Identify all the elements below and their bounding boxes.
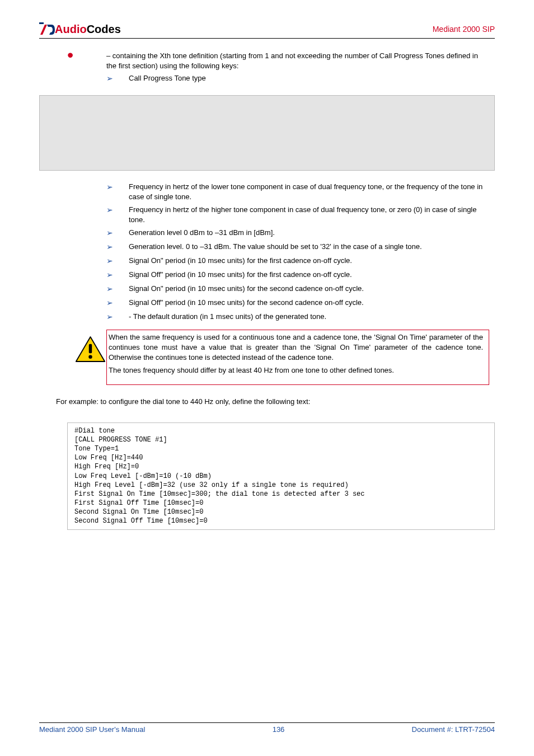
footer-manual-title: Mediant 2000 SIP User's Manual xyxy=(39,725,145,734)
chevron-right-icon: ➢ xyxy=(106,182,129,201)
item-first-signal-on: Signal On" period (in 10 msec units) for… xyxy=(129,256,489,266)
footer-page-number: 136 xyxy=(273,725,285,734)
item-tone-type: Call Progress Tone type xyxy=(129,73,489,84)
chevron-right-icon: ➢ xyxy=(106,242,129,252)
item-second-signal-on: Signal On" period (in 10 msec units) for… xyxy=(129,284,489,294)
chevron-right-icon: ➢ xyxy=(106,205,129,224)
item-high-freq: Frequency in hertz of the higher tone co… xyxy=(129,205,489,224)
header-divider xyxy=(39,38,495,39)
footer-divider xyxy=(39,722,495,723)
note-paragraph-1: When the same frequency is used for a co… xyxy=(109,332,483,362)
chevron-right-icon: ➢ xyxy=(106,298,129,308)
item-gen-level-low: Generation level 0 dBm to –31 dBm in [dB… xyxy=(129,228,489,238)
chevron-right-icon: ➢ xyxy=(106,73,129,84)
bullet-section-def: – containing the Xth tone definition (st… xyxy=(106,51,489,71)
svg-rect-1 xyxy=(89,344,92,354)
note-paragraph-2: The tones frequency should differ by at … xyxy=(109,365,483,375)
chevron-right-icon: ➢ xyxy=(106,312,129,322)
note-box: When the same frequency is used for a co… xyxy=(106,330,489,384)
code-example: #Dial tone [CALL PROGRESS TONE #1] Tone … xyxy=(67,422,495,530)
item-low-freq: Frequency in hertz of the lower tone com… xyxy=(129,182,489,201)
logo-text: AudioCodes xyxy=(55,23,121,36)
logo: AudioCodes xyxy=(39,22,121,36)
chevron-right-icon: ➢ xyxy=(106,284,129,294)
item-first-signal-off: Signal Off" period (in 10 msec units) fo… xyxy=(129,270,489,280)
audiocodes-logo-icon xyxy=(39,22,55,36)
product-name: Mediant 2000 SIP xyxy=(433,25,495,34)
page-footer: Mediant 2000 SIP User's Manual 136 Docum… xyxy=(39,722,495,734)
footer-document-id: Document #: LTRT-72504 xyxy=(412,725,495,734)
item-second-signal-off: Signal Off" period (in 10 msec units) fo… xyxy=(129,298,489,308)
warning-icon xyxy=(75,336,103,364)
chevron-right-icon: ➢ xyxy=(106,256,129,266)
reference-box-placeholder xyxy=(39,95,495,171)
example-intro: For example: to configure the dial tone … xyxy=(56,397,495,406)
chevron-right-icon: ➢ xyxy=(106,270,129,280)
svg-point-2 xyxy=(88,355,92,359)
svg-rect-0 xyxy=(39,22,44,24)
item-gen-level-high: Generation level. 0 to –31 dBm. The valu… xyxy=(129,242,489,252)
chevron-right-icon: ➢ xyxy=(106,228,129,238)
item-default-duration: - The default duration (in 1 msec units)… xyxy=(129,312,489,322)
page-header: AudioCodes Mediant 2000 SIP xyxy=(39,22,495,36)
bullet-icon: • xyxy=(67,51,106,71)
